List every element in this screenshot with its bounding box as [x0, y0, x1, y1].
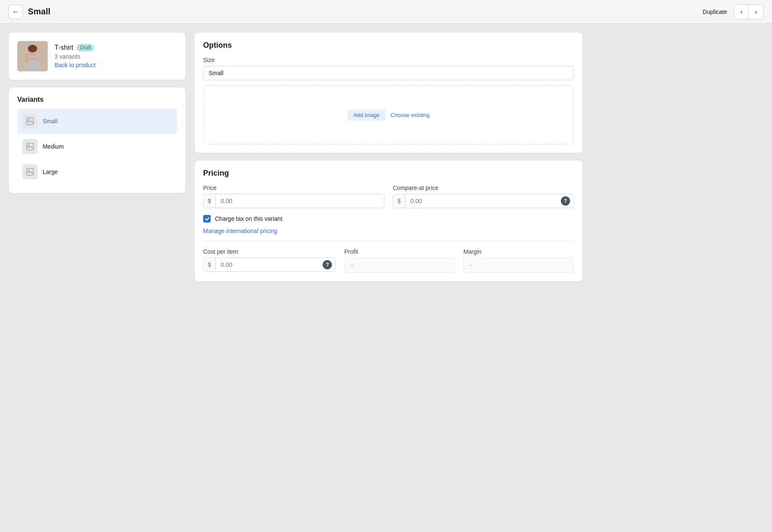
choose-existing-button[interactable]: Choose existing	[391, 112, 430, 118]
left-column: T-shirt Draft 3 variants Back to product…	[8, 32, 186, 282]
size-label: Size	[203, 57, 574, 63]
prev-button[interactable]: ‹	[734, 5, 749, 19]
charge-tax-label: Charge tax on this variant	[215, 215, 283, 222]
image-upload-area: Add image Choose existing	[203, 85, 574, 144]
next-arrow-icon: ›	[755, 8, 757, 15]
compare-price-input-wrap: $ ?	[393, 194, 574, 208]
profit-label: Profit	[344, 248, 455, 255]
size-input[interactable]	[203, 66, 574, 80]
pricing-divider	[203, 241, 574, 242]
price-field: Price $	[203, 185, 384, 208]
back-arrow-icon: ←	[12, 8, 19, 16]
compare-at-price-label: Compare-at price	[393, 185, 574, 191]
price-label: Price	[203, 185, 384, 191]
variants-card: Variants Small	[8, 87, 186, 193]
compare-price-prefix: $	[393, 194, 405, 208]
product-name: T-shirt	[54, 44, 73, 52]
product-info: T-shirt Draft 3 variants Back to product	[54, 44, 95, 68]
draft-badge: Draft	[76, 44, 94, 52]
price-input[interactable]	[216, 194, 384, 208]
variants-title: Variants	[17, 96, 177, 103]
nav-btn-group: ‹ ›	[734, 4, 764, 19]
cost-input-wrap: $ ?	[203, 258, 336, 272]
variant-image-icon-small	[22, 114, 38, 129]
pricing-title: Pricing	[203, 169, 574, 178]
product-thumbnail	[17, 41, 48, 71]
variant-item-small[interactable]: Small	[17, 109, 177, 134]
variant-image-icon-medium	[22, 139, 38, 154]
charge-tax-checkbox[interactable]	[203, 215, 211, 223]
cost-per-item-label: Cost per item	[203, 248, 336, 255]
variant-image-icon-large	[22, 164, 38, 179]
back-to-product-link[interactable]: Back to product	[54, 62, 95, 68]
top-bar-right: Duplicate ‹ ›	[703, 4, 764, 19]
product-variants-count: 3 variants	[54, 53, 95, 60]
variant-item-large[interactable]: Large	[17, 159, 177, 185]
cost-prefix: $	[204, 258, 216, 271]
top-bar-left: ← Small	[8, 5, 50, 19]
manage-international-pricing-link[interactable]: Manage international pricing	[203, 228, 277, 234]
main-content: T-shirt Draft 3 variants Back to product…	[0, 24, 591, 290]
cost-per-item-field: Cost per item $ ?	[203, 248, 336, 273]
compare-help-icon[interactable]: ?	[561, 196, 570, 206]
page-title: Small	[28, 7, 50, 16]
price-prefix: $	[204, 194, 216, 208]
product-card: T-shirt Draft 3 variants Back to product	[8, 32, 186, 80]
svg-point-3	[28, 45, 37, 52]
compare-at-price-field: Compare-at price $ ?	[393, 185, 574, 208]
cost-help-icon[interactable]: ?	[323, 260, 332, 269]
top-bar: ← Small Duplicate ‹ ›	[0, 0, 772, 24]
margin-value: --	[463, 258, 574, 273]
svg-point-4	[25, 54, 28, 57]
next-button[interactable]: ›	[749, 5, 763, 19]
duplicate-button[interactable]: Duplicate	[703, 8, 727, 15]
profit-value: --	[344, 258, 455, 273]
options-card: Options Size Add image Choose existing	[194, 32, 583, 153]
variant-item-medium[interactable]: Medium	[17, 134, 177, 159]
cost-row: Cost per item $ ? Profit -- Margin --	[203, 248, 574, 273]
price-row: Price $ Compare-at price $ ?	[203, 185, 574, 208]
prev-arrow-icon: ‹	[740, 8, 742, 15]
margin-label: Margin	[463, 248, 574, 255]
profit-field: Profit --	[344, 248, 455, 273]
back-button[interactable]: ←	[8, 5, 23, 19]
right-column: Options Size Add image Choose existing P…	[194, 32, 583, 282]
charge-tax-row: Charge tax on this variant	[203, 215, 574, 223]
cost-input[interactable]	[216, 258, 323, 271]
margin-field: Margin --	[463, 248, 574, 273]
price-input-wrap: $	[203, 194, 384, 208]
variant-name-small: Small	[43, 118, 57, 125]
variant-name-large: Large	[43, 168, 58, 175]
options-title: Options	[203, 41, 574, 50]
add-image-button[interactable]: Add image	[348, 109, 386, 121]
variant-name-medium: Medium	[43, 143, 64, 150]
pricing-card: Pricing Price $ Compare-at price $ ?	[194, 160, 583, 282]
product-name-row: T-shirt Draft	[54, 44, 95, 52]
compare-at-price-input[interactable]	[405, 194, 561, 208]
